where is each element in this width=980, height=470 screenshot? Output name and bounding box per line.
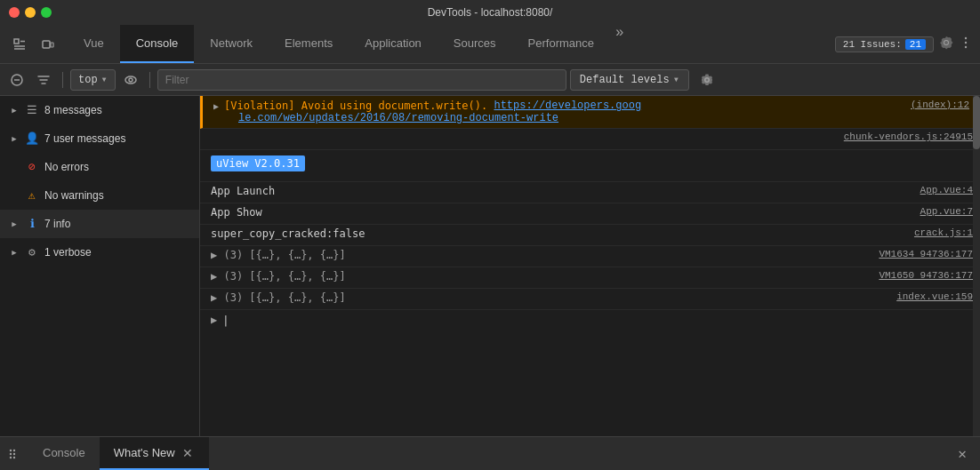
close-traffic-light[interactable] <box>9 7 20 18</box>
svg-point-8 <box>965 45 967 47</box>
bottom-tab-console[interactable]: Console <box>28 437 100 470</box>
scrollbar-thumb[interactable] <box>973 96 980 149</box>
svg-point-11 <box>125 76 136 84</box>
sidebar-item-messages[interactable]: ▶ ☰ 8 messages <box>0 96 199 124</box>
console-line-crack: super_copy_cracked:false crack.js:1 <box>200 225 980 246</box>
sidebar-errors-label: No errors <box>44 161 190 173</box>
array-1-text: ▶ (3) [{…}, {…}, {…}] <box>211 249 872 261</box>
console-prompt: ▶ | <box>200 310 980 331</box>
tab-bar-right: 21 Issues: 21 <box>828 25 980 63</box>
tab-network[interactable]: Network <box>194 25 269 63</box>
crack-source[interactable]: crack.js:1 <box>914 227 973 238</box>
svg-point-12 <box>129 78 133 82</box>
svg-point-14 <box>10 452 12 454</box>
sidebar-item-verbose[interactable]: ▶ ⚙ 1 verbose <box>0 238 199 267</box>
array-1-source[interactable]: VM1634 94736:177 <box>879 249 973 259</box>
arrow-messages-icon: ▶ <box>9 105 20 116</box>
console-settings-button[interactable] <box>696 69 718 91</box>
console-line-uview: uView V2.0.31 <box>200 150 980 182</box>
bottom-whats-new-label: What's New <box>114 446 175 459</box>
app-launch-source[interactable]: App.vue:4 <box>920 185 973 195</box>
violation-source[interactable]: (index):12 <box>911 100 969 110</box>
user-icon: 👤 <box>25 131 39 146</box>
default-levels-label: Default levels <box>580 74 670 86</box>
bottom-bar: Console What's New ✕ ✕ <box>0 436 980 470</box>
scrollbar-track[interactable] <box>973 96 980 436</box>
more-options-button[interactable] <box>959 36 973 53</box>
bottom-bar-right: ✕ <box>944 437 980 470</box>
svg-rect-4 <box>43 41 50 48</box>
array-2-source[interactable]: VM1650 94736:177 <box>879 270 973 281</box>
tab-application[interactable]: Application <box>349 25 438 63</box>
violation-arrow-icon: ▶ <box>213 101 219 112</box>
violation-link[interactable]: https://developers.goog <box>494 100 641 112</box>
issues-count: 21 <box>905 39 926 50</box>
more-tabs-button[interactable]: » <box>610 25 630 63</box>
toolbar-divider-1 <box>62 72 63 88</box>
error-icon: ⊘ <box>25 160 39 174</box>
traffic-lights <box>9 7 52 18</box>
console-line-array-1: ▶ (3) [{…}, {…}, {…}] VM1634 94736:177 <box>200 246 980 267</box>
arrow-info-icon: ▶ <box>9 219 20 229</box>
app-show-source[interactable]: App.vue:7 <box>920 206 973 217</box>
console-output[interactable]: ▶ [Violation] Avoid using document.write… <box>200 96 980 436</box>
svg-point-7 <box>965 41 967 43</box>
svg-point-18 <box>13 456 15 458</box>
settings-button[interactable] <box>939 36 953 53</box>
issues-label: 21 Issues: <box>843 39 902 50</box>
tab-performance[interactable]: Performance <box>512 25 610 63</box>
minimize-traffic-light[interactable] <box>25 7 36 18</box>
console-toolbar: top ▾ Default levels ▾ <box>0 64 980 96</box>
tab-elements[interactable]: Elements <box>269 25 349 63</box>
console-line-array-2: ▶ (3) [{…}, {…}, {…}] VM1650 94736:177 <box>200 267 980 289</box>
sidebar: ▶ ☰ 8 messages ▶ 👤 7 user messages ▶ ⊘ N… <box>0 96 200 436</box>
bottom-tab-whats-new[interactable]: What's New ✕ <box>100 437 209 470</box>
device-toolbar-button[interactable] <box>36 32 60 57</box>
context-selector[interactable]: top ▾ <box>70 69 116 91</box>
chunk-source[interactable]: chunk-vendors.js:24915 <box>844 131 973 142</box>
cursor-blink[interactable]: | <box>222 315 229 327</box>
uview-highlight: uView V2.0.31 <box>211 155 305 171</box>
toolbar-divider-2 <box>149 72 150 88</box>
filter-toggle-button[interactable] <box>32 68 55 92</box>
console-line-array-3: ▶ (3) [{…}, {…}, {…}] index.vue:159 <box>200 289 980 310</box>
svg-point-17 <box>13 452 15 454</box>
sidebar-info-label: 7 info <box>44 218 190 230</box>
sidebar-warnings-label: No warnings <box>44 189 190 202</box>
inspect-element-button[interactable] <box>7 32 32 57</box>
close-drawer-button[interactable]: ✕ <box>952 443 973 465</box>
eye-icon-button[interactable] <box>119 68 142 92</box>
console-line-chunk: chunk-vendors.js:24915 <box>200 129 980 150</box>
tab-bar: Vue Console Network Elements Application… <box>0 25 980 64</box>
tab-console[interactable]: Console <box>120 25 195 63</box>
context-value: top <box>78 74 98 86</box>
console-line-violation: ▶ [Violation] Avoid using document.write… <box>200 96 980 129</box>
default-levels-arrow-icon: ▾ <box>673 73 679 86</box>
close-whats-new-icon[interactable]: ✕ <box>181 446 195 460</box>
svg-rect-0 <box>14 39 19 44</box>
svg-point-6 <box>965 36 967 38</box>
filter-input[interactable] <box>157 69 566 91</box>
sidebar-item-info[interactable]: ▶ ℹ 7 info <box>0 210 199 238</box>
verbose-icon: ⚙ <box>25 245 39 259</box>
violation-link-full[interactable]: le.com/web/updates/2016/08/removing-docu… <box>238 112 558 124</box>
default-levels-selector[interactable]: Default levels ▾ <box>570 69 689 91</box>
svg-point-16 <box>13 449 15 450</box>
array-3-source[interactable]: index.vue:159 <box>896 291 973 302</box>
prompt-arrow-icon: ▶ <box>211 314 217 327</box>
tab-vue[interactable]: Vue <box>68 25 120 63</box>
svg-rect-5 <box>51 43 53 47</box>
array-2-text: ▶ (3) [{…}, {…}, {…}] <box>211 270 872 283</box>
console-line-app-show: App Show App.vue:7 <box>200 203 980 225</box>
sidebar-item-errors[interactable]: ▶ ⊘ No errors <box>0 153 199 181</box>
sidebar-item-warnings[interactable]: ▶ ⚠ No warnings <box>0 181 199 210</box>
tab-sources[interactable]: Sources <box>438 25 512 63</box>
crack-text: super_copy_cracked:false <box>211 227 907 240</box>
warning-icon: ⚠ <box>25 188 39 203</box>
info-icon: ℹ <box>25 217 39 231</box>
sidebar-item-user-messages[interactable]: ▶ 👤 7 user messages <box>0 124 199 153</box>
issues-badge[interactable]: 21 Issues: 21 <box>835 36 934 52</box>
clear-console-button[interactable] <box>5 68 28 92</box>
drawer-icon[interactable] <box>0 437 28 470</box>
maximize-traffic-light[interactable] <box>41 7 52 18</box>
